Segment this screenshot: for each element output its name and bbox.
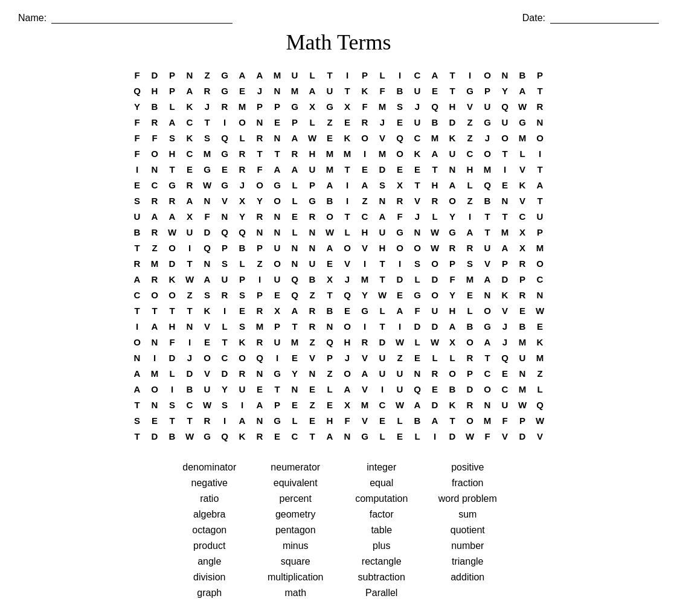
grid-cell: T [479, 208, 496, 224]
grid-cell: V [339, 255, 356, 271]
grid-cell: V [356, 381, 374, 397]
grid-cell: K [444, 130, 461, 146]
grid-cell: M [339, 146, 356, 161]
grid-cell: N [409, 365, 426, 381]
grid-cell: L [461, 177, 479, 193]
grid-cell: C [286, 428, 304, 444]
grid-cell: U [199, 381, 216, 397]
grid-cell: L [339, 224, 356, 240]
grid-cell: O [164, 240, 181, 255]
grid-cell: T [496, 208, 514, 224]
grid-cell: B [514, 318, 531, 334]
grid-cell: Q [339, 287, 356, 303]
grid-cell: M [514, 130, 531, 146]
grid-cell: J [496, 334, 514, 350]
grid-cell: F [146, 130, 164, 146]
grid-cell: L [409, 334, 426, 350]
grid-cell: D [391, 271, 409, 287]
grid-cell: P [514, 412, 531, 428]
grid-cell: L [304, 114, 321, 130]
grid-cell: T [216, 334, 234, 350]
grid-cell: V [496, 428, 514, 444]
grid-cell: P [251, 98, 269, 114]
grid-cell: E [199, 334, 216, 350]
grid-cell: L [234, 130, 251, 146]
grid-cell: T [321, 287, 339, 303]
grid-cell: P [286, 114, 304, 130]
grid-cell: O [146, 146, 164, 161]
grid-cell: M [479, 161, 496, 177]
grid-cell: O [356, 130, 374, 146]
grid-cell: D [199, 224, 216, 240]
grid-cell: I [356, 255, 374, 271]
grid-cell: N [286, 240, 304, 255]
grid-cell: H [146, 83, 164, 98]
grid-cell: B [479, 193, 496, 208]
word-item: graph [173, 588, 247, 598]
grid-cell: T [479, 350, 496, 365]
grid-cell: J [251, 83, 269, 98]
grid-cell: A [409, 397, 426, 412]
grid-cell: M [146, 255, 164, 271]
grid-cell: R [146, 114, 164, 130]
grid-cell: G [199, 161, 216, 177]
grid-cell: G [269, 365, 286, 381]
grid-cell: A [181, 193, 199, 208]
grid-cell: D [514, 428, 531, 444]
grid-cell: A [286, 303, 304, 318]
grid-cell: Q [199, 240, 216, 255]
grid-cell: U [374, 365, 391, 381]
grid-cell: N [129, 350, 146, 365]
grid-cell: O [269, 193, 286, 208]
grid-cell: E [339, 114, 356, 130]
grid-row: TNSCWSIAPEZEXMCWADKRNUWQ [129, 397, 549, 412]
grid-cell: M [461, 271, 479, 287]
grid-cell: A [496, 240, 514, 255]
grid-cell: M [496, 224, 514, 240]
grid-cell: R [199, 412, 216, 428]
grid-cell: G [286, 98, 304, 114]
grid-cell: K [444, 397, 461, 412]
grid-cell: I [339, 67, 356, 83]
grid-cell: K [514, 177, 531, 193]
grid-cell: I [216, 303, 234, 318]
grid-cell: X [514, 224, 531, 240]
grid-cell: U [409, 83, 426, 98]
word-item: division [173, 572, 247, 583]
grid-cell: A [129, 271, 146, 287]
grid-cell: L [374, 303, 391, 318]
word-item: equivalent [258, 478, 333, 489]
grid-cell: N [269, 224, 286, 240]
grid-cell: K [496, 287, 514, 303]
grid-cell: H [444, 303, 461, 318]
date-field: Date: [522, 12, 659, 24]
grid-cell: R [356, 334, 374, 350]
grid-cell: E [304, 381, 321, 397]
grid-cell: G [216, 67, 234, 83]
grid-cell: Z [304, 287, 321, 303]
grid-cell: T [531, 83, 549, 98]
grid-cell: P [496, 255, 514, 271]
grid-cell: M [514, 334, 531, 350]
grid-cell: L [426, 350, 444, 365]
grid-cell: Q [426, 98, 444, 114]
grid-cell: E [496, 177, 514, 193]
grid-cell: O [321, 208, 339, 224]
grid-cell: D [444, 428, 461, 444]
word-item: equal [345, 478, 419, 489]
grid-cell: U [181, 224, 199, 240]
grid-cell: N [496, 67, 514, 83]
grid-cell: R [251, 130, 269, 146]
grid-cell: U [216, 271, 234, 287]
grid-cell: A [479, 334, 496, 350]
grid-cell: B [146, 98, 164, 114]
grid-row: SRRANVXYOLGBIZNRVROZBNVT [129, 193, 549, 208]
grid-cell: K [356, 83, 374, 98]
grid-cell: F [374, 83, 391, 98]
grid-cell: O [496, 130, 514, 146]
grid-cell: I [391, 318, 409, 334]
grid-cell: S [234, 287, 251, 303]
word-item: neumerator [258, 462, 333, 473]
grid-row: ONFIETKRUMZQHRDWLWXOAJMK [129, 334, 549, 350]
grid-cell: O [426, 255, 444, 271]
